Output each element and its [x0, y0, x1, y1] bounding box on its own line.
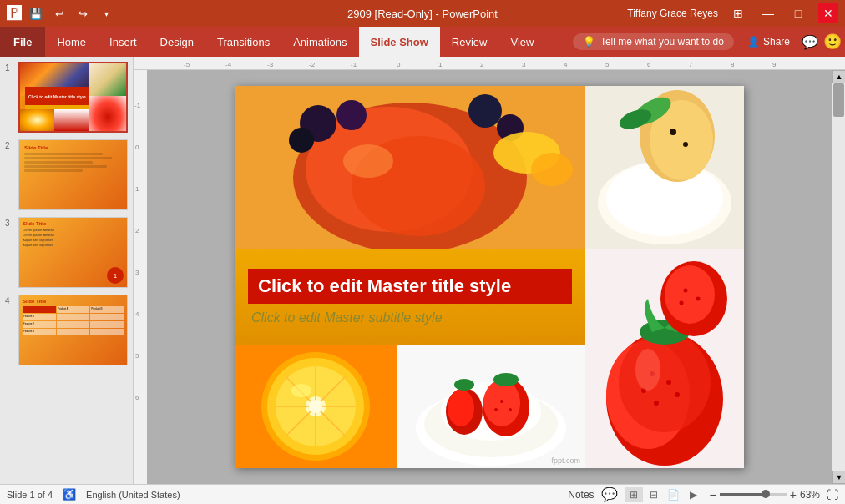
qat-redo[interactable]: ↪ [73, 4, 92, 23]
svg-point-82 [509, 408, 512, 411]
lightbulb-icon: 💡 [583, 36, 595, 48]
normal-view-btn[interactable]: ⊞ [625, 487, 643, 502]
scrollbar-vertical[interactable]: ▲ ▼ [832, 70, 845, 484]
slide-title-area[interactable]: Click to edit Master title style Click t… [235, 249, 585, 345]
zoom-level[interactable]: 63% [800, 489, 820, 501]
reading-view-btn[interactable]: 📄 [665, 487, 683, 502]
slide-thumb-3[interactable]: 3 Slide Title Lorem Ipsum Aenean Lorem I… [3, 215, 129, 290]
svg-text:2: 2 [135, 227, 139, 234]
orange-photo [235, 345, 397, 468]
svg-text:3: 3 [522, 61, 526, 68]
svg-point-32 [468, 94, 502, 128]
qat-customize[interactable]: ▾ [97, 4, 115, 23]
svg-point-73 [291, 384, 311, 397]
tab-home[interactable]: Home [45, 27, 98, 57]
ruler-horizontal: -5 -4 -3 -2 -1 0 1 2 3 4 5 6 7 8 9 [134, 57, 845, 70]
canvas-scroll: -1 0 1 2 3 4 5 6 [134, 70, 845, 484]
svg-point-72 [309, 400, 322, 413]
app-icon: 🅿 [7, 5, 22, 23]
title-bar: 🅿 💾 ↩ ↪ ▾ 2909 [Read-Only] - PowerPoint … [0, 0, 845, 27]
zoom-in-btn[interactable]: + [790, 488, 797, 501]
title-bar-title: 2909 [Read-Only] - PowerPoint [347, 8, 498, 20]
slide-subtitle-text[interactable]: Click to edit Master subtitle style [248, 310, 572, 325]
svg-text:-5: -5 [184, 61, 190, 68]
svg-point-31 [289, 128, 314, 153]
svg-text:7: 7 [689, 61, 693, 68]
svg-point-35 [531, 153, 573, 186]
svg-point-60 [696, 297, 701, 301]
svg-point-61 [680, 301, 684, 305]
svg-text:-1: -1 [134, 102, 141, 109]
tab-slideshow[interactable]: Slide Show [359, 27, 440, 57]
slide-thumb-2[interactable]: 2 Slide Title [3, 138, 129, 212]
svg-rect-0 [134, 57, 845, 70]
svg-text:6: 6 [647, 61, 651, 68]
svg-point-59 [684, 289, 688, 293]
status-bar-right: Notes 💬 ⊞ ⊟ 📄 ▶ − + 63% ⛶ [568, 486, 838, 502]
slide-thumb-4[interactable]: 4 Slide Title Product A Product B Featur… [3, 293, 129, 367]
svg-point-53 [675, 392, 680, 397]
zoom-area: − + 63% [710, 488, 820, 501]
slide-image-strawberries [585, 249, 744, 468]
comments-status-btn[interactable]: 💬 [601, 486, 618, 502]
fit-to-window-btn[interactable]: ⛶ [827, 488, 838, 501]
zoom-out-btn[interactable]: − [710, 488, 716, 501]
slide-title-text[interactable]: Click to edit Master title style [258, 275, 511, 296]
slide-counter: Slide 1 of 4 [7, 490, 53, 500]
ribbon: File Home Insert Design Transitions Anim… [0, 27, 845, 57]
slide-sorter-btn[interactable]: ⊟ [645, 487, 663, 502]
slideshow-view-btn[interactable]: ▶ [685, 487, 703, 502]
tab-animations[interactable]: Animations [281, 27, 358, 57]
view-buttons: ⊞ ⊟ 📄 ▶ [625, 487, 703, 502]
tab-review[interactable]: Review [440, 27, 499, 57]
svg-point-44 [670, 129, 676, 135]
scroll-track[interactable] [832, 83, 845, 471]
tab-file[interactable]: File [0, 27, 45, 57]
svg-text:-3: -3 [267, 61, 274, 68]
language: English (United States) [86, 490, 180, 500]
svg-point-84 [493, 373, 519, 386]
svg-text:3: 3 [135, 269, 139, 276]
svg-point-87 [454, 379, 474, 391]
svg-text:5: 5 [135, 352, 139, 360]
svg-point-30 [336, 100, 367, 130]
berry-photo [585, 249, 744, 468]
slide-image-right-top [585, 86, 744, 249]
accessibility-icon[interactable]: ♿ [63, 488, 76, 501]
svg-text:0: 0 [397, 61, 401, 68]
title-bar-left: 🅿 💾 ↩ ↪ ▾ [7, 4, 115, 23]
svg-rect-16 [134, 70, 147, 484]
svg-text:8: 8 [731, 61, 735, 68]
tab-design[interactable]: Design [149, 27, 205, 57]
svg-point-51 [666, 380, 671, 385]
svg-text:6: 6 [135, 394, 139, 401]
slides-panel: 1 Click to edit Master title style Click… [0, 57, 134, 484]
close-btn[interactable]: ✕ [818, 3, 838, 23]
slide-thumb-1[interactable]: 1 Click to edit Master title style Click… [3, 60, 129, 134]
svg-text:0: 0 [135, 144, 139, 151]
svg-point-36 [343, 144, 393, 178]
tab-insert[interactable]: Insert [98, 27, 149, 57]
smiley-button[interactable]: 🙂 [823, 33, 842, 51]
tell-me-input[interactable]: 💡 Tell me what you want to do [573, 33, 734, 50]
main-area: 1 Click to edit Master title style Click… [0, 57, 845, 484]
title-bar-controls: Tiffany Grace Reyes ⊞ — □ ✕ [627, 3, 838, 23]
slide-image-cream-strawberry [397, 345, 585, 468]
qat-save[interactable]: 💾 [27, 4, 45, 23]
scroll-thumb[interactable] [833, 83, 844, 117]
ribbon-display-btn[interactable]: ⊞ [728, 3, 748, 23]
maximize-btn[interactable]: □ [788, 3, 808, 23]
slide-red-title-box[interactable]: Click to edit Master title style [248, 269, 572, 304]
person-icon: 👤 [747, 36, 760, 48]
tab-transitions[interactable]: Transitions [205, 27, 281, 57]
zoom-slider[interactable] [720, 493, 787, 496]
scroll-down-btn[interactable]: ▼ [832, 471, 845, 484]
notes-btn[interactable]: Notes [568, 489, 594, 501]
canvas-area: -5 -4 -3 -2 -1 0 1 2 3 4 5 6 7 8 9 [134, 57, 845, 484]
share-button[interactable]: 👤 Share [741, 36, 797, 48]
comment-button[interactable]: 💬 [797, 34, 823, 50]
qat-undo[interactable]: ↩ [50, 4, 68, 23]
tab-view[interactable]: View [498, 27, 545, 57]
scroll-up-btn[interactable]: ▲ [832, 70, 845, 83]
minimize-btn[interactable]: — [758, 3, 778, 23]
